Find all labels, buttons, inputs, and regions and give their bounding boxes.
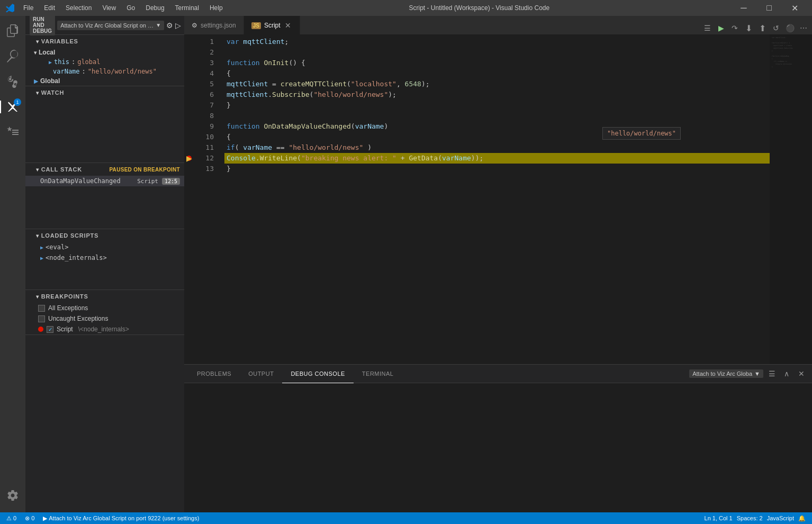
status-cursor[interactable]: Ln 1, Col 1	[702, 512, 735, 524]
debug-more-icon[interactable]: ▷	[175, 18, 181, 33]
menu-go[interactable]: Go	[122, 3, 139, 13]
source-control-icon	[6, 75, 19, 88]
scripts-title: LOADED SCRIPTS	[41, 232, 98, 239]
activity-source-control[interactable]	[0, 69, 25, 94]
activity-settings[interactable]	[0, 483, 25, 508]
editor-content[interactable]: ▶ 12345678910111213 var mqttClient; func…	[184, 34, 812, 364]
run-debug-button[interactable]: RUN AND DEBUG	[30, 16, 55, 35]
activity-debug[interactable]: 1	[0, 94, 25, 120]
callstack-header[interactable]: ▾ CALL STACK PAUSED ON BREAKPOINT	[25, 163, 184, 176]
tab-close-button[interactable]: ✕	[284, 21, 292, 30]
activity-explorer[interactable]	[0, 18, 25, 43]
panel-close-icon[interactable]: ✕	[795, 367, 808, 380]
editor-more-icon[interactable]: ⋯	[797, 22, 810, 34]
code-token: ,	[396, 79, 405, 89]
code-token: ));	[471, 153, 483, 164]
bp-uncaught-checkbox[interactable]	[38, 315, 45, 322]
menu-help[interactable]: Help	[205, 3, 227, 13]
code-token: OnDataMapValueChanged	[264, 121, 350, 132]
panel-tab-debug-console[interactable]: DEBUG CONSOLE	[282, 365, 353, 383]
debug-status-text: Attach to Viz Arc Global Script on port …	[49, 515, 199, 521]
status-right: Ln 1, Col 1 Spaces: 2 JavaScript 🔔	[702, 512, 808, 524]
editor-split-icon[interactable]: ▶	[715, 22, 727, 34]
code-line: function OnInit() {	[224, 58, 770, 68]
breakpoints-panel: All Exceptions Uncaught Exceptions Scrip…	[25, 303, 184, 335]
status-notification-bell[interactable]: 🔔	[796, 512, 808, 524]
status-language[interactable]: JavaScript	[765, 512, 796, 524]
panel-config-select[interactable]: Attach to Viz Arc Globa ▼	[689, 369, 763, 378]
bp-all-exceptions[interactable]: All Exceptions	[25, 303, 184, 313]
code-line: }	[224, 164, 770, 174]
editor-step-into-icon[interactable]: ⬇	[742, 22, 755, 34]
bp-uncaught-exceptions[interactable]: Uncaught Exceptions	[25, 313, 184, 324]
menu-terminal[interactable]: Terminal	[171, 3, 203, 13]
status-debug-mode[interactable]: ▶ Attach to Viz Arc Global Script on por…	[41, 512, 201, 524]
editor-step-over-icon[interactable]: ↷	[728, 22, 741, 34]
scripts-header[interactable]: ▾ LOADED SCRIPTS	[25, 229, 184, 242]
bp-all-exceptions-label: All Exceptions	[48, 304, 88, 312]
activity-extensions[interactable]	[0, 120, 25, 145]
bp-script-checkbox[interactable]	[47, 326, 53, 333]
menu-selection[interactable]: Selection	[61, 3, 96, 13]
tab-script[interactable]: JS Script ✕	[244, 16, 300, 34]
code-token: 6548	[405, 79, 421, 89]
menu-edit[interactable]: Edit	[40, 3, 59, 13]
breakpoints-header[interactable]: ▾ BREAKPOINTS	[25, 290, 184, 303]
panel-content[interactable]	[184, 383, 812, 512]
files-icon	[6, 24, 19, 37]
vscode-logo	[5, 3, 15, 13]
bp-script[interactable]: Script \<node_internals>	[25, 324, 184, 335]
panel-filter-icon[interactable]: ☰	[765, 367, 778, 380]
var-this[interactable]: ▶ this : global	[25, 57, 184, 67]
separator: :	[71, 58, 75, 66]
menu-debug[interactable]: Debug	[141, 3, 168, 13]
status-warnings[interactable]: ⊗ 0	[23, 512, 37, 524]
code-token: }	[227, 100, 231, 111]
tab-settings-json[interactable]: ⚙ settings.json	[184, 16, 244, 34]
script-eval[interactable]: ▶ <eval>	[25, 242, 184, 252]
variables-header[interactable]: ▾ VARIABLES	[25, 35, 184, 48]
close-button[interactable]: ✕	[782, 0, 807, 16]
local-group[interactable]: ▾ Local	[25, 48, 184, 57]
maximize-button[interactable]: □	[757, 0, 781, 16]
error-count: 0	[13, 515, 16, 521]
code-area[interactable]: var mqttClient; function OnInit() { { mq…	[220, 34, 770, 364]
breakpoint-dot-icon	[38, 327, 43, 332]
code-token: Subscribe	[272, 89, 309, 100]
debug-gear-icon[interactable]: ⚙	[166, 18, 173, 33]
chevron-down-icon: ▼	[754, 371, 760, 377]
bp-all-exceptions-checkbox[interactable]	[38, 305, 45, 312]
activity-search[interactable]	[0, 43, 25, 69]
line-number: 10	[194, 132, 214, 142]
scripts-empty	[25, 263, 184, 290]
editor-step-out-icon[interactable]: ⬆	[756, 22, 769, 34]
status-indentation[interactable]: Spaces: 2	[735, 512, 765, 524]
window-controls: ─ □ ✕	[732, 0, 807, 16]
chevron-icon: ▶	[49, 59, 52, 65]
menu-view[interactable]: View	[98, 3, 120, 13]
minimize-button[interactable]: ─	[732, 0, 756, 16]
settings-json-icon: ⚙	[192, 22, 197, 29]
var-varname[interactable]: varName : "hello/world/news"	[25, 67, 184, 76]
menu-file[interactable]: File	[19, 3, 38, 13]
chevron-icon: ▶	[40, 255, 43, 261]
callstack-section: ▾ CALL STACK PAUSED ON BREAKPOINT OnData…	[25, 163, 184, 229]
panel-tab-output[interactable]: OUTPUT	[240, 365, 282, 383]
var-value-varname: "hello/world/news"	[88, 68, 157, 75]
editor-layout-icon[interactable]: ☰	[701, 22, 714, 34]
editor-restart-icon[interactable]: ↺	[770, 22, 782, 34]
global-group[interactable]: ▶ Global	[25, 76, 184, 86]
watch-header[interactable]: ▾ WATCH	[25, 86, 184, 99]
settings-icon	[6, 489, 19, 502]
sidebar-content: ▾ VARIABLES ▾ Local ▶ this : global	[25, 35, 184, 512]
editor-stop-icon[interactable]: ⚫	[783, 22, 796, 34]
script-node-internals[interactable]: ▶ <node_internals>	[25, 252, 184, 263]
panel-tab-problems[interactable]: PROBLEMS	[188, 365, 240, 383]
panel-collapse-icon[interactable]: ∧	[780, 367, 793, 380]
debug-config-dropdown[interactable]: Attach to Viz Arc Global Script on port …	[57, 21, 164, 30]
line-number: 13	[194, 164, 214, 174]
panel-tab-terminal[interactable]: TERMINAL	[354, 365, 402, 383]
status-errors[interactable]: ⚠ 0	[4, 512, 19, 524]
callstack-item[interactable]: OnDataMapValueChanged Script 12:5	[25, 176, 184, 186]
chevron-icon: ▾	[34, 50, 37, 56]
